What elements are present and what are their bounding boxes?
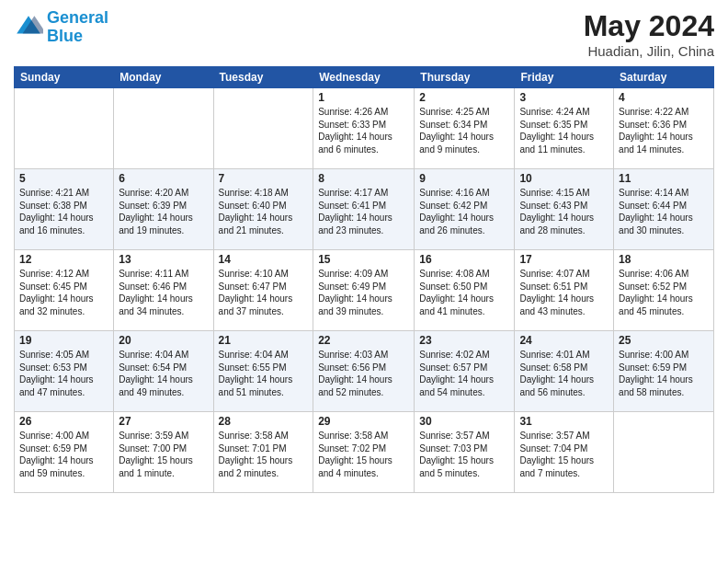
- day-cell: 27Sunrise: 3:59 AM Sunset: 7:00 PM Dayli…: [114, 412, 213, 493]
- day-number: 7: [219, 172, 309, 185]
- header: General Blue May 2024 Huadian, Jilin, Ch…: [14, 9, 714, 59]
- week-row-5: 26Sunrise: 4:00 AM Sunset: 6:59 PM Dayli…: [15, 412, 714, 493]
- day-cell: 20Sunrise: 4:04 AM Sunset: 6:54 PM Dayli…: [114, 331, 213, 412]
- day-number: 22: [318, 334, 409, 347]
- day-info: Sunrise: 4:02 AM Sunset: 6:57 PM Dayligh…: [419, 349, 509, 398]
- logo-icon: [14, 13, 43, 42]
- day-info: Sunrise: 4:17 AM Sunset: 6:41 PM Dayligh…: [318, 187, 409, 236]
- day-number: 21: [219, 334, 309, 347]
- day-number: 24: [519, 334, 609, 347]
- day-number: 25: [619, 334, 709, 347]
- day-number: 20: [119, 334, 208, 347]
- day-info: Sunrise: 4:09 AM Sunset: 6:49 PM Dayligh…: [318, 268, 409, 317]
- day-cell: 23Sunrise: 4:02 AM Sunset: 6:57 PM Dayli…: [415, 331, 515, 412]
- day-info: Sunrise: 4:06 AM Sunset: 6:52 PM Dayligh…: [619, 268, 709, 317]
- day-cell: 8Sunrise: 4:17 AM Sunset: 6:41 PM Daylig…: [313, 169, 415, 250]
- day-cell: 18Sunrise: 4:06 AM Sunset: 6:52 PM Dayli…: [614, 250, 714, 331]
- day-cell: 19Sunrise: 4:05 AM Sunset: 6:53 PM Dayli…: [15, 331, 114, 412]
- day-cell: 5Sunrise: 4:21 AM Sunset: 6:38 PM Daylig…: [15, 169, 114, 250]
- day-number: 27: [119, 415, 208, 428]
- day-number: 8: [318, 172, 409, 185]
- day-cell: 6Sunrise: 4:20 AM Sunset: 6:39 PM Daylig…: [114, 169, 213, 250]
- day-info: Sunrise: 4:21 AM Sunset: 6:38 PM Dayligh…: [19, 187, 108, 236]
- day-number: 6: [119, 172, 208, 185]
- day-cell: 4Sunrise: 4:22 AM Sunset: 6:36 PM Daylig…: [614, 88, 714, 169]
- day-info: Sunrise: 4:00 AM Sunset: 6:59 PM Dayligh…: [619, 349, 709, 398]
- day-header-wednesday: Wednesday: [313, 67, 415, 88]
- day-number: 16: [419, 253, 509, 266]
- day-cell: 11Sunrise: 4:14 AM Sunset: 6:44 PM Dayli…: [614, 169, 714, 250]
- day-cell: 15Sunrise: 4:09 AM Sunset: 6:49 PM Dayli…: [313, 250, 415, 331]
- day-info: Sunrise: 4:16 AM Sunset: 6:42 PM Dayligh…: [419, 187, 509, 236]
- day-header-sunday: Sunday: [15, 67, 114, 88]
- day-cell: [114, 88, 213, 169]
- month-title: May 2024: [584, 9, 714, 43]
- day-cell: 22Sunrise: 4:03 AM Sunset: 6:56 PM Dayli…: [313, 331, 415, 412]
- day-number: 15: [318, 253, 409, 266]
- calendar-header-row: SundayMondayTuesdayWednesdayThursdayFrid…: [15, 67, 714, 88]
- day-number: 12: [19, 253, 108, 266]
- day-cell: 9Sunrise: 4:16 AM Sunset: 6:42 PM Daylig…: [415, 169, 515, 250]
- day-number: 14: [219, 253, 309, 266]
- day-info: Sunrise: 3:57 AM Sunset: 7:04 PM Dayligh…: [519, 430, 609, 479]
- day-header-tuesday: Tuesday: [213, 67, 313, 88]
- day-info: Sunrise: 4:24 AM Sunset: 6:35 PM Dayligh…: [519, 106, 609, 155]
- day-cell: 25Sunrise: 4:00 AM Sunset: 6:59 PM Dayli…: [614, 331, 714, 412]
- day-info: Sunrise: 4:12 AM Sunset: 6:45 PM Dayligh…: [19, 268, 108, 317]
- day-info: Sunrise: 4:22 AM Sunset: 6:36 PM Dayligh…: [619, 106, 709, 155]
- day-info: Sunrise: 4:10 AM Sunset: 6:47 PM Dayligh…: [219, 268, 309, 317]
- day-cell: [213, 88, 313, 169]
- day-cell: 12Sunrise: 4:12 AM Sunset: 6:45 PM Dayli…: [15, 250, 114, 331]
- logo: General Blue: [14, 9, 108, 46]
- day-number: 5: [19, 172, 108, 185]
- day-cell: 21Sunrise: 4:04 AM Sunset: 6:55 PM Dayli…: [213, 331, 313, 412]
- day-number: 17: [519, 253, 609, 266]
- day-cell: 24Sunrise: 4:01 AM Sunset: 6:58 PM Dayli…: [515, 331, 614, 412]
- day-header-thursday: Thursday: [415, 67, 515, 88]
- day-number: 3: [519, 91, 609, 104]
- day-cell: 2Sunrise: 4:25 AM Sunset: 6:34 PM Daylig…: [415, 88, 515, 169]
- day-number: 29: [318, 415, 409, 428]
- day-number: 13: [119, 253, 208, 266]
- day-info: Sunrise: 4:25 AM Sunset: 6:34 PM Dayligh…: [419, 106, 509, 155]
- day-header-friday: Friday: [515, 67, 614, 88]
- day-info: Sunrise: 3:59 AM Sunset: 7:00 PM Dayligh…: [119, 430, 208, 479]
- day-info: Sunrise: 4:00 AM Sunset: 6:59 PM Dayligh…: [19, 430, 108, 479]
- day-info: Sunrise: 4:18 AM Sunset: 6:40 PM Dayligh…: [219, 187, 309, 236]
- day-info: Sunrise: 4:15 AM Sunset: 6:43 PM Dayligh…: [519, 187, 609, 236]
- day-info: Sunrise: 4:14 AM Sunset: 6:44 PM Dayligh…: [619, 187, 709, 236]
- day-number: 9: [419, 172, 509, 185]
- day-cell: 10Sunrise: 4:15 AM Sunset: 6:43 PM Dayli…: [515, 169, 614, 250]
- calendar-table: SundayMondayTuesdayWednesdayThursdayFrid…: [14, 66, 714, 493]
- day-cell: 1Sunrise: 4:26 AM Sunset: 6:33 PM Daylig…: [313, 88, 415, 169]
- day-cell: 28Sunrise: 3:58 AM Sunset: 7:01 PM Dayli…: [213, 412, 313, 493]
- day-number: 30: [419, 415, 509, 428]
- day-number: 28: [219, 415, 309, 428]
- day-cell: [614, 412, 714, 493]
- logo-blue: Blue: [47, 27, 83, 45]
- day-info: Sunrise: 4:20 AM Sunset: 6:39 PM Dayligh…: [119, 187, 208, 236]
- day-info: Sunrise: 3:57 AM Sunset: 7:03 PM Dayligh…: [419, 430, 509, 479]
- day-number: 18: [619, 253, 709, 266]
- day-number: 19: [19, 334, 108, 347]
- day-cell: 26Sunrise: 4:00 AM Sunset: 6:59 PM Dayli…: [15, 412, 114, 493]
- day-cell: 14Sunrise: 4:10 AM Sunset: 6:47 PM Dayli…: [213, 250, 313, 331]
- day-info: Sunrise: 3:58 AM Sunset: 7:02 PM Dayligh…: [318, 430, 409, 479]
- day-info: Sunrise: 4:08 AM Sunset: 6:50 PM Dayligh…: [419, 268, 509, 317]
- week-row-4: 19Sunrise: 4:05 AM Sunset: 6:53 PM Dayli…: [15, 331, 714, 412]
- day-cell: 7Sunrise: 4:18 AM Sunset: 6:40 PM Daylig…: [213, 169, 313, 250]
- logo-text: General Blue: [47, 9, 108, 46]
- day-info: Sunrise: 4:04 AM Sunset: 6:55 PM Dayligh…: [219, 349, 309, 398]
- day-cell: 17Sunrise: 4:07 AM Sunset: 6:51 PM Dayli…: [515, 250, 614, 331]
- day-cell: 30Sunrise: 3:57 AM Sunset: 7:03 PM Dayli…: [415, 412, 515, 493]
- day-cell: 16Sunrise: 4:08 AM Sunset: 6:50 PM Dayli…: [415, 250, 515, 331]
- week-row-2: 5Sunrise: 4:21 AM Sunset: 6:38 PM Daylig…: [15, 169, 714, 250]
- week-row-1: 1Sunrise: 4:26 AM Sunset: 6:33 PM Daylig…: [15, 88, 714, 169]
- logo-general: General: [47, 8, 108, 27]
- day-number: 4: [619, 91, 709, 104]
- day-cell: 13Sunrise: 4:11 AM Sunset: 6:46 PM Dayli…: [114, 250, 213, 331]
- day-cell: 31Sunrise: 3:57 AM Sunset: 7:04 PM Dayli…: [515, 412, 614, 493]
- day-info: Sunrise: 4:04 AM Sunset: 6:54 PM Dayligh…: [119, 349, 208, 398]
- day-number: 31: [519, 415, 609, 428]
- day-info: Sunrise: 4:01 AM Sunset: 6:58 PM Dayligh…: [519, 349, 609, 398]
